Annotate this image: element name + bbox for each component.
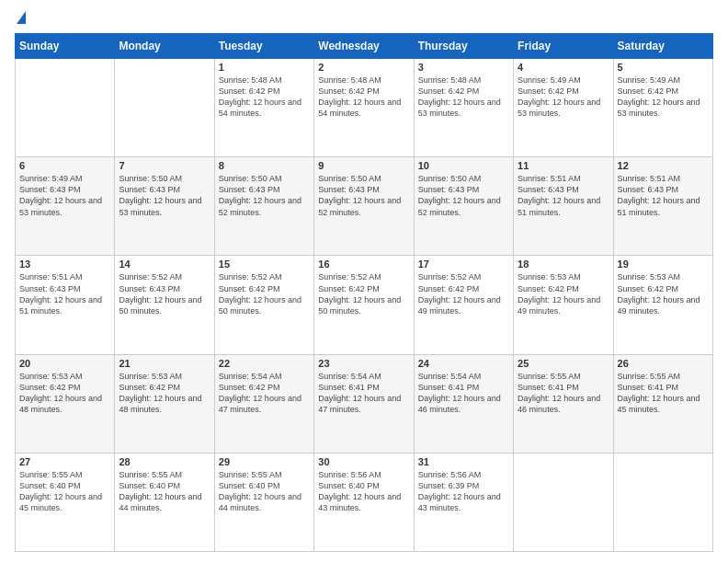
calendar-week-row: 1Sunrise: 5:48 AMSunset: 6:42 PMDaylight…: [16, 59, 713, 157]
logo-triangle-icon: [17, 11, 26, 24]
day-info: Sunrise: 5:49 AMSunset: 6:42 PMDaylight:…: [518, 75, 609, 120]
calendar-cell: 15Sunrise: 5:52 AMSunset: 6:42 PMDayligh…: [214, 256, 313, 354]
day-info: Sunrise: 5:55 AMSunset: 6:41 PMDaylight:…: [518, 371, 609, 416]
calendar-cell: 25Sunrise: 5:55 AMSunset: 6:41 PMDayligh…: [514, 354, 613, 453]
day-info: Sunrise: 5:50 AMSunset: 6:43 PMDaylight:…: [119, 173, 210, 218]
calendar-day-header: Friday: [514, 34, 613, 59]
day-number: 2: [318, 62, 409, 73]
day-info: Sunrise: 5:52 AMSunset: 6:42 PMDaylight:…: [318, 271, 409, 316]
day-number: 20: [19, 358, 110, 369]
day-info: Sunrise: 5:53 AMSunset: 6:42 PMDaylight:…: [119, 371, 210, 416]
day-number: 7: [119, 160, 210, 171]
day-number: 21: [119, 358, 210, 369]
day-number: 29: [219, 456, 310, 467]
calendar-cell: [16, 59, 115, 157]
day-number: 16: [318, 259, 409, 270]
calendar-day-header: Tuesday: [214, 34, 313, 59]
day-number: 13: [19, 259, 110, 270]
day-number: 3: [418, 62, 509, 73]
calendar-cell: 30Sunrise: 5:56 AMSunset: 6:40 PMDayligh…: [314, 453, 414, 551]
calendar-cell: 29Sunrise: 5:55 AMSunset: 6:40 PMDayligh…: [214, 453, 313, 551]
calendar-week-row: 6Sunrise: 5:49 AMSunset: 6:43 PMDaylight…: [16, 157, 713, 256]
day-number: 28: [119, 456, 210, 467]
calendar-cell: 18Sunrise: 5:53 AMSunset: 6:42 PMDayligh…: [514, 256, 613, 354]
calendar-cell: 17Sunrise: 5:52 AMSunset: 6:42 PMDayligh…: [414, 256, 513, 354]
header: [15, 11, 713, 26]
calendar-cell: [613, 453, 712, 551]
calendar-day-header: Monday: [115, 34, 214, 59]
day-number: 19: [618, 259, 709, 270]
day-number: 22: [219, 358, 310, 369]
day-number: 4: [518, 62, 609, 73]
calendar-cell: 19Sunrise: 5:53 AMSunset: 6:42 PMDayligh…: [613, 256, 712, 354]
day-info: Sunrise: 5:56 AMSunset: 6:39 PMDaylight:…: [418, 469, 509, 514]
calendar-cell: 21Sunrise: 5:53 AMSunset: 6:42 PMDayligh…: [115, 354, 214, 453]
day-info: Sunrise: 5:53 AMSunset: 6:42 PMDaylight:…: [19, 371, 110, 416]
calendar-cell: 26Sunrise: 5:55 AMSunset: 6:41 PMDayligh…: [613, 354, 712, 453]
calendar-week-row: 27Sunrise: 5:55 AMSunset: 6:40 PMDayligh…: [16, 453, 713, 551]
calendar-cell: 27Sunrise: 5:55 AMSunset: 6:40 PMDayligh…: [16, 453, 115, 551]
calendar-day-header: Saturday: [613, 34, 712, 59]
day-number: 15: [219, 259, 310, 270]
calendar-cell: 2Sunrise: 5:48 AMSunset: 6:42 PMDaylight…: [314, 59, 414, 157]
day-number: 23: [318, 358, 409, 369]
day-info: Sunrise: 5:50 AMSunset: 6:43 PMDaylight:…: [219, 173, 310, 218]
day-info: Sunrise: 5:52 AMSunset: 6:42 PMDaylight:…: [219, 271, 310, 316]
day-info: Sunrise: 5:55 AMSunset: 6:40 PMDaylight:…: [119, 469, 210, 514]
calendar-cell: 10Sunrise: 5:50 AMSunset: 6:43 PMDayligh…: [414, 157, 513, 256]
calendar-cell: 28Sunrise: 5:55 AMSunset: 6:40 PMDayligh…: [115, 453, 214, 551]
day-number: 8: [219, 160, 310, 171]
day-number: 24: [418, 358, 509, 369]
calendar-day-header: Sunday: [16, 34, 115, 59]
day-info: Sunrise: 5:49 AMSunset: 6:42 PMDaylight:…: [618, 75, 709, 120]
day-info: Sunrise: 5:54 AMSunset: 6:42 PMDaylight:…: [219, 371, 310, 416]
calendar-cell: 8Sunrise: 5:50 AMSunset: 6:43 PMDaylight…: [214, 157, 313, 256]
day-info: Sunrise: 5:49 AMSunset: 6:43 PMDaylight:…: [19, 173, 110, 218]
day-info: Sunrise: 5:54 AMSunset: 6:41 PMDaylight:…: [418, 371, 509, 416]
day-info: Sunrise: 5:52 AMSunset: 6:43 PMDaylight:…: [119, 271, 210, 316]
calendar-cell: [115, 59, 214, 157]
calendar-day-header: Wednesday: [314, 34, 414, 59]
day-info: Sunrise: 5:48 AMSunset: 6:42 PMDaylight:…: [418, 75, 509, 120]
day-number: 9: [318, 160, 409, 171]
calendar-cell: 20Sunrise: 5:53 AMSunset: 6:42 PMDayligh…: [16, 354, 115, 453]
day-info: Sunrise: 5:53 AMSunset: 6:42 PMDaylight:…: [618, 271, 709, 316]
calendar-cell: 4Sunrise: 5:49 AMSunset: 6:42 PMDaylight…: [514, 59, 613, 157]
day-number: 1: [219, 62, 310, 73]
day-info: Sunrise: 5:55 AMSunset: 6:40 PMDaylight:…: [19, 469, 110, 514]
calendar-cell: 22Sunrise: 5:54 AMSunset: 6:42 PMDayligh…: [214, 354, 313, 453]
day-number: 25: [518, 358, 609, 369]
day-number: 17: [418, 259, 509, 270]
calendar-cell: 9Sunrise: 5:50 AMSunset: 6:43 PMDaylight…: [314, 157, 414, 256]
day-number: 27: [19, 456, 110, 467]
calendar-cell: 14Sunrise: 5:52 AMSunset: 6:43 PMDayligh…: [115, 256, 214, 354]
day-info: Sunrise: 5:50 AMSunset: 6:43 PMDaylight:…: [318, 173, 409, 218]
day-info: Sunrise: 5:53 AMSunset: 6:42 PMDaylight:…: [518, 271, 609, 316]
day-number: 6: [19, 160, 110, 171]
calendar-week-row: 13Sunrise: 5:51 AMSunset: 6:43 PMDayligh…: [16, 256, 713, 354]
day-number: 18: [518, 259, 609, 270]
day-info: Sunrise: 5:51 AMSunset: 6:43 PMDaylight:…: [618, 173, 709, 218]
day-number: 10: [418, 160, 509, 171]
day-info: Sunrise: 5:48 AMSunset: 6:42 PMDaylight:…: [318, 75, 409, 120]
day-number: 26: [618, 358, 709, 369]
calendar-cell: 24Sunrise: 5:54 AMSunset: 6:41 PMDayligh…: [414, 354, 513, 453]
calendar-cell: 11Sunrise: 5:51 AMSunset: 6:43 PMDayligh…: [514, 157, 613, 256]
day-number: 12: [618, 160, 709, 171]
calendar-header-row: SundayMondayTuesdayWednesdayThursdayFrid…: [16, 34, 713, 59]
day-info: Sunrise: 5:55 AMSunset: 6:41 PMDaylight:…: [618, 371, 709, 416]
calendar-cell: 7Sunrise: 5:50 AMSunset: 6:43 PMDaylight…: [115, 157, 214, 256]
day-number: 5: [618, 62, 709, 73]
day-info: Sunrise: 5:51 AMSunset: 6:43 PMDaylight:…: [19, 271, 110, 316]
calendar-cell: 23Sunrise: 5:54 AMSunset: 6:41 PMDayligh…: [314, 354, 414, 453]
logo: [15, 11, 26, 26]
calendar-cell: 5Sunrise: 5:49 AMSunset: 6:42 PMDaylight…: [613, 59, 712, 157]
day-info: Sunrise: 5:50 AMSunset: 6:43 PMDaylight:…: [418, 173, 509, 218]
day-number: 31: [418, 456, 509, 467]
calendar-day-header: Thursday: [414, 34, 513, 59]
day-info: Sunrise: 5:48 AMSunset: 6:42 PMDaylight:…: [219, 75, 310, 120]
calendar-cell: 16Sunrise: 5:52 AMSunset: 6:42 PMDayligh…: [314, 256, 414, 354]
day-info: Sunrise: 5:55 AMSunset: 6:40 PMDaylight:…: [219, 469, 310, 514]
day-number: 30: [318, 456, 409, 467]
calendar-table: SundayMondayTuesdayWednesdayThursdayFrid…: [15, 33, 713, 552]
